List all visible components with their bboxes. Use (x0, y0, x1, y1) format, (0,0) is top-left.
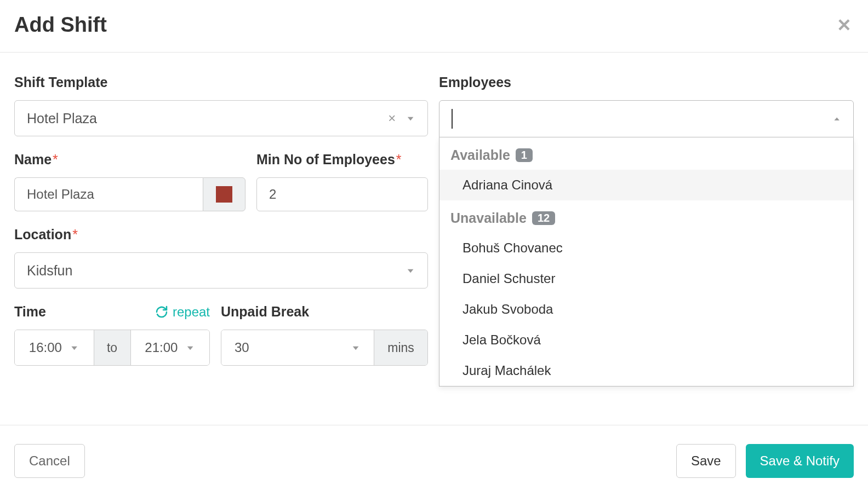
available-group-header: Available 1 (439, 137, 853, 170)
chevron-down-icon (70, 342, 79, 354)
chevron-down-icon (406, 113, 415, 124)
min-employees-label: Min No of Employees* (256, 152, 428, 168)
shift-template-select[interactable]: Hotel Plaza × (14, 100, 428, 136)
modal-header: Add Shift ✕ (0, 0, 868, 53)
time-to-select[interactable]: 21:00 (131, 330, 210, 365)
text-cursor (452, 109, 453, 129)
unavailable-group-header: Unavailable 12 (439, 200, 853, 233)
unavailable-title: Unavailable (450, 210, 527, 226)
chevron-down-icon (185, 342, 195, 354)
unpaid-break-label: Unpaid Break (221, 304, 428, 320)
close-icon[interactable]: ✕ (837, 16, 852, 34)
location-label: Location* (14, 227, 428, 243)
repeat-link[interactable]: repeat (155, 304, 210, 320)
location-select[interactable]: Kidsfun (14, 252, 428, 289)
save-button[interactable]: Save (676, 444, 736, 478)
chevron-down-icon (406, 265, 415, 276)
repeat-icon (155, 305, 168, 319)
time-to-label: to (94, 330, 131, 365)
unpaid-break-value: 30 (235, 340, 249, 355)
employees-label: Employees (439, 74, 854, 90)
modal-footer: Cancel Save Save & Notify (0, 425, 868, 496)
employees-dropdown: Available 1 Adriana Cinová Unavailable 1… (439, 137, 854, 387)
available-count-badge: 1 (516, 148, 533, 162)
unpaid-break-unit: mins (374, 330, 427, 365)
name-label: Name* (14, 152, 245, 168)
time-from-value: 16:00 (29, 340, 62, 355)
time-from-select[interactable]: 16:00 (15, 330, 94, 365)
clear-icon[interactable]: × (388, 111, 396, 126)
employee-option[interactable]: Adriana Cinová (439, 170, 853, 200)
left-column: Shift Template Hotel Plaza × Name* Min N… (14, 74, 428, 387)
employees-search-input[interactable] (439, 100, 854, 137)
location-value: Kidsfun (27, 263, 406, 279)
modal-title: Add Shift (14, 13, 107, 37)
chevron-up-icon (832, 114, 841, 123)
color-swatch (216, 186, 232, 203)
shift-template-label: Shift Template (14, 74, 428, 90)
color-picker-button[interactable] (203, 177, 245, 211)
save-notify-button[interactable]: Save & Notify (746, 444, 854, 478)
modal-body: Shift Template Hotel Plaza × Name* Min N… (0, 53, 868, 387)
right-column: Employees Available 1 Adriana Cinová Una… (439, 74, 854, 387)
employee-option[interactable]: Bohuš Chovanec (439, 233, 853, 263)
employee-option[interactable]: Juraj Machálek (439, 355, 853, 386)
shift-template-value: Hotel Plaza (27, 111, 388, 126)
min-employees-input[interactable] (256, 177, 428, 211)
unpaid-break-select[interactable]: 30 (221, 330, 374, 365)
employee-option[interactable]: Jela Bočková (439, 325, 853, 355)
time-label: Time (14, 304, 46, 320)
employee-option[interactable]: Jakub Svoboda (439, 294, 853, 325)
available-title: Available (450, 147, 510, 163)
unavailable-count-badge: 12 (532, 211, 555, 225)
cancel-button[interactable]: Cancel (14, 444, 85, 478)
employee-option[interactable]: Daniel Schuster (439, 263, 853, 294)
name-input[interactable] (14, 177, 203, 211)
chevron-down-icon (351, 342, 361, 354)
time-to-value: 21:00 (145, 340, 178, 355)
